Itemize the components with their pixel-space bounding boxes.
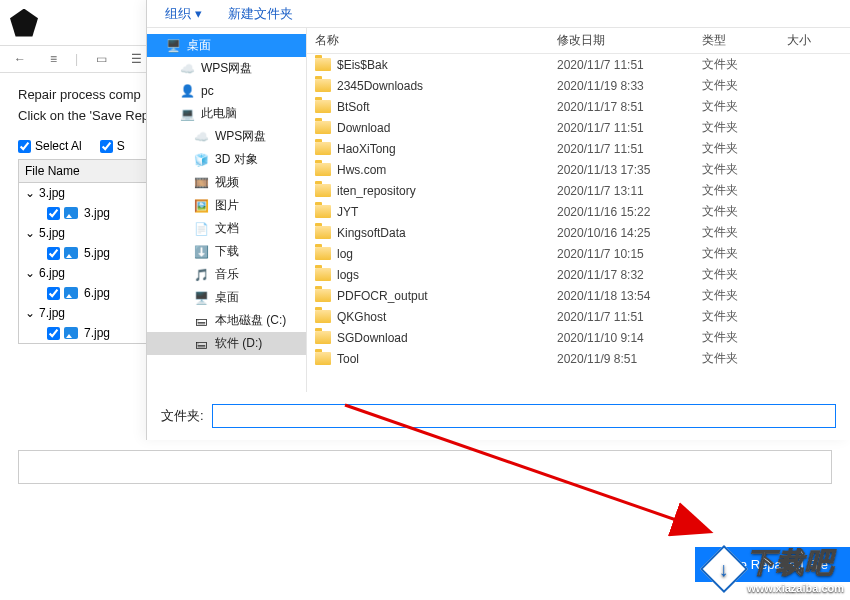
folder-icon xyxy=(315,268,331,281)
tree-item-label: WPS网盘 xyxy=(201,60,252,77)
music-icon: 🎵 xyxy=(193,267,209,283)
list-row[interactable]: Tool2020/11/9 8:51文件夹 xyxy=(307,348,850,369)
video-icon: 🎞️ xyxy=(193,175,209,191)
row-name: logs xyxy=(337,268,359,282)
list-row[interactable]: 2345Downloads2020/11/19 8:33文件夹 xyxy=(307,75,850,96)
folder-path-input[interactable] xyxy=(212,404,836,428)
row-type: 文件夹 xyxy=(702,56,787,73)
file-checkbox[interactable] xyxy=(47,207,60,220)
expand-icon[interactable]: ⌄ xyxy=(25,186,35,200)
tree-item[interactable]: 🖴软件 (D:) xyxy=(147,332,306,355)
list-row[interactable]: PDFOCR_output2020/11/18 13:54文件夹 xyxy=(307,285,850,306)
row-name: $Eis$Bak xyxy=(337,58,388,72)
file-checkbox[interactable] xyxy=(47,287,60,300)
tree-item-label: WPS网盘 xyxy=(215,128,266,145)
thispc-icon: 💻 xyxy=(179,106,195,122)
list-row[interactable]: log2020/11/7 10:15文件夹 xyxy=(307,243,850,264)
tree-item[interactable]: ☁️WPS网盘 xyxy=(147,57,306,80)
tree-item-label: 文档 xyxy=(215,220,239,237)
row-type: 文件夹 xyxy=(702,224,787,241)
expand-icon[interactable]: ⌄ xyxy=(25,306,35,320)
row-name: Tool xyxy=(337,352,359,366)
list-row[interactable]: $Eis$Bak2020/11/7 11:51文件夹 xyxy=(307,54,850,75)
row-date: 2020/11/10 9:14 xyxy=(557,331,702,345)
file-name: 3.jpg xyxy=(39,186,65,200)
hamburger-icon[interactable]: ≡ xyxy=(44,50,63,68)
folder-icon xyxy=(315,184,331,197)
list-row[interactable]: SGDownload2020/11/10 9:14文件夹 xyxy=(307,327,850,348)
new-folder-button[interactable]: 新建文件夹 xyxy=(228,5,293,23)
file-checkbox[interactable] xyxy=(47,247,60,260)
list-row[interactable]: BtSoft2020/11/17 8:51文件夹 xyxy=(307,96,850,117)
tree-item[interactable]: 💻此电脑 xyxy=(147,102,306,125)
user-icon: 👤 xyxy=(179,83,195,99)
watermark: 下载吧 www.xiazaiba.com xyxy=(707,544,844,594)
col-date[interactable]: 修改日期 xyxy=(557,32,702,49)
download-icon: ⬇️ xyxy=(193,244,209,260)
tree-item[interactable]: 🎞️视频 xyxy=(147,171,306,194)
list-row[interactable]: JYT2020/11/16 15:22文件夹 xyxy=(307,201,850,222)
row-type: 文件夹 xyxy=(702,119,787,136)
folder-icon xyxy=(315,205,331,218)
list-row[interactable]: KingsoftData2020/10/16 14:25文件夹 xyxy=(307,222,850,243)
file-name: 3.jpg xyxy=(84,206,110,220)
tree-item[interactable]: ☁️WPS网盘 xyxy=(147,125,306,148)
row-date: 2020/11/7 10:15 xyxy=(557,247,702,261)
folder-icon xyxy=(315,226,331,239)
desktop-icon: 🖥️ xyxy=(165,38,181,54)
folder-list[interactable]: 名称 修改日期 类型 大小 $Eis$Bak2020/11/7 11:51文件夹… xyxy=(307,28,850,392)
row-type: 文件夹 xyxy=(702,203,787,220)
row-name: KingsoftData xyxy=(337,226,406,240)
select-all-checkbox[interactable]: Select Al xyxy=(18,139,82,153)
jpg-icon xyxy=(64,207,78,219)
list-row[interactable]: Hws.com2020/11/13 17:35文件夹 xyxy=(307,159,850,180)
tree-item-label: pc xyxy=(201,84,214,98)
tree-item[interactable]: 🖼️图片 xyxy=(147,194,306,217)
row-name: PDFOCR_output xyxy=(337,289,428,303)
list-row[interactable]: HaoXiTong2020/11/7 11:51文件夹 xyxy=(307,138,850,159)
back-button[interactable]: ← xyxy=(8,50,32,68)
row-date: 2020/11/18 13:54 xyxy=(557,289,702,303)
list-icon[interactable]: ☰ xyxy=(125,50,148,68)
row-name: BtSoft xyxy=(337,100,370,114)
col-type[interactable]: 类型 xyxy=(702,32,787,49)
jpg-icon xyxy=(64,287,78,299)
row-date: 2020/11/17 8:32 xyxy=(557,268,702,282)
tree-item[interactable]: 📄文档 xyxy=(147,217,306,240)
select-s-checkbox[interactable]: S xyxy=(100,139,125,153)
3d-icon: 🧊 xyxy=(193,152,209,168)
expand-icon[interactable]: ⌄ xyxy=(25,226,35,240)
list-row[interactable]: QKGhost2020/11/7 11:51文件夹 xyxy=(307,306,850,327)
folder-tree[interactable]: 🖥️桌面☁️WPS网盘👤pc💻此电脑☁️WPS网盘🧊3D 对象🎞️视频🖼️图片📄… xyxy=(147,28,307,392)
tree-item[interactable]: ⬇️下载 xyxy=(147,240,306,263)
tree-item[interactable]: 🖴本地磁盘 (C:) xyxy=(147,309,306,332)
row-type: 文件夹 xyxy=(702,245,787,262)
list-row[interactable]: Download2020/11/7 11:51文件夹 xyxy=(307,117,850,138)
jpg-icon xyxy=(64,327,78,339)
tree-item[interactable]: 🎵音乐 xyxy=(147,263,306,286)
tree-item[interactable]: 🧊3D 对象 xyxy=(147,148,306,171)
row-type: 文件夹 xyxy=(702,140,787,157)
col-name[interactable]: 名称 xyxy=(307,32,557,49)
tree-item[interactable]: 👤pc xyxy=(147,80,306,102)
list-row[interactable]: logs2020/11/17 8:32文件夹 xyxy=(307,264,850,285)
tree-item[interactable]: 🖥️桌面 xyxy=(147,286,306,309)
row-date: 2020/11/9 8:51 xyxy=(557,352,702,366)
row-name: JYT xyxy=(337,205,358,219)
organize-menu[interactable]: 组织 ▾ xyxy=(165,5,202,23)
folder-icon xyxy=(315,79,331,92)
row-name: Hws.com xyxy=(337,163,386,177)
col-size[interactable]: 大小 xyxy=(787,32,850,49)
tree-item-label: 本地磁盘 (C:) xyxy=(215,312,286,329)
list-header: 名称 修改日期 类型 大小 xyxy=(307,28,850,54)
file-checkbox[interactable] xyxy=(47,327,60,340)
wps-icon: ☁️ xyxy=(193,129,209,145)
tree-item[interactable]: 🖥️桌面 xyxy=(147,34,306,57)
tree-item-label: 此电脑 xyxy=(201,105,237,122)
folder-icon xyxy=(315,142,331,155)
dialog-footer: 文件夹: xyxy=(147,392,850,440)
view-icon[interactable]: ▭ xyxy=(90,50,113,68)
expand-icon[interactable]: ⌄ xyxy=(25,266,35,280)
tree-item-label: 图片 xyxy=(215,197,239,214)
list-row[interactable]: iten_repository2020/11/7 13:11文件夹 xyxy=(307,180,850,201)
